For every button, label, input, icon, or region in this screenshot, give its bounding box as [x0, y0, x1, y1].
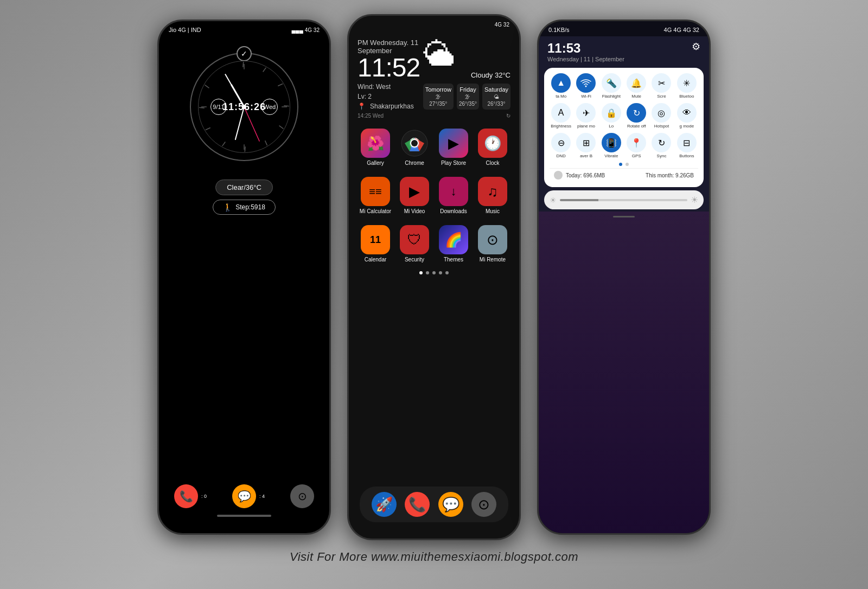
qs-hotspot-icon[interactable]: ◎ — [652, 103, 671, 123]
qs-gps[interactable]: 📍 GPS — [625, 133, 648, 158]
weather-date: PM Wednesday. 11 September — [358, 39, 423, 55]
qs-rotate-icon[interactable]: ↻ — [627, 103, 646, 123]
qs-screenshot[interactable]: ✂ Scre — [650, 73, 673, 99]
qs-readmode[interactable]: 👁 g mode — [675, 103, 698, 129]
forecast-day-2-icon: 🌤 — [484, 94, 508, 100]
forecast-day-0-temp: 27°/35° — [425, 101, 451, 107]
dot-3[interactable] — [432, 271, 436, 274]
steps-text: Step:5918 — [235, 203, 265, 211]
qs-mute[interactable]: 🔔 Mute — [625, 73, 648, 99]
miremote-label: Mi Remote — [480, 257, 506, 263]
dock-bar: 📞 : 0 💬 : 4 ⊙ — [159, 484, 329, 508]
mivideo-icon[interactable]: ▶ — [400, 177, 429, 206]
qs-airplane-icon[interactable]: ✈ — [576, 103, 596, 123]
app-clock[interactable]: 🕐 Clock — [475, 129, 510, 166]
qs-flashlight-icon[interactable]: 🔦 — [602, 73, 621, 93]
downloads-icon[interactable]: ↓ — [439, 177, 468, 206]
home-indicator[interactable] — [217, 515, 271, 517]
settings-gear-icon[interactable]: ⚙ — [692, 41, 700, 62]
qs-flashlight[interactable]: 🔦 Flashlight — [600, 73, 623, 99]
gallery-icon[interactable]: 🌺 — [361, 129, 390, 158]
qs-dot-active[interactable] — [619, 163, 622, 166]
wind-text: Wind: West — [358, 83, 391, 91]
qs-lock-icon[interactable]: 🔒 — [602, 103, 621, 123]
dock-browser-icon[interactable]: 🚀 — [372, 492, 397, 517]
qs-dnd[interactable]: ⊖ DND — [550, 133, 572, 158]
app-gallery[interactable]: 🌺 Gallery — [358, 129, 393, 166]
dot-2[interactable] — [426, 271, 429, 274]
qs-airplane[interactable]: ✈ plane mo — [575, 103, 597, 129]
qs-data-icon[interactable]: ▲ — [551, 73, 571, 93]
weather-steps-pills: Clear/36°C 🚶 Step:5918 — [159, 172, 329, 215]
miremote-icon[interactable]: ⊙ — [478, 225, 507, 254]
dock-msg-icon[interactable]: 💬 — [232, 484, 256, 508]
chrome-icon[interactable] — [400, 129, 429, 158]
qs-dot-2[interactable] — [626, 163, 629, 166]
phone-3-screen: 0.1KB/s 4G 4G 4G 32 11:53 Wednesday | 11… — [539, 21, 709, 533]
qs-saver[interactable]: ⊞ aver B — [575, 133, 597, 158]
analog-clock-face: 9/11 Wed 11:56:26 — [198, 61, 290, 153]
qs-bluetooth[interactable]: ✳ Bluetoo — [675, 73, 698, 99]
qs-mute-icon[interactable]: 🔔 — [627, 73, 646, 93]
dock-phone-icon[interactable]: 📞 — [174, 484, 198, 508]
clock-outer-ring: ✓ — [190, 53, 298, 161]
qs-buttons-icon[interactable]: ⊟ — [677, 133, 697, 152]
security-icon[interactable]: 🛡 — [400, 225, 429, 254]
qs-saver-icon[interactable]: ⊞ — [576, 133, 596, 152]
app-security[interactable]: 🛡 Security — [397, 225, 432, 263]
qs-lock[interactable]: 🔒 Lo — [600, 103, 623, 129]
app-calculator[interactable]: ≡≡ Mi Calculator — [358, 177, 393, 214]
weather-pill: Clear/36°C — [215, 180, 273, 195]
qs-sync[interactable]: ↻ Sync — [650, 133, 673, 158]
qs-bluetooth-label: Bluetoo — [679, 94, 694, 99]
app-miremote[interactable]: ⊙ Mi Remote — [475, 225, 510, 263]
qs-wifi[interactable]: Wi-Fi — [575, 73, 597, 99]
dock-camera-icon[interactable]: ⊙ — [290, 484, 314, 508]
qs-wifi-label: Wi-Fi — [581, 94, 591, 99]
qs-wifi-icon[interactable] — [576, 73, 596, 93]
qs-sync-icon[interactable]: ↻ — [652, 133, 671, 152]
clock-app-icon[interactable]: 🕐 — [478, 129, 507, 158]
qs-vibrate[interactable]: 📳 Vibrate — [600, 133, 623, 158]
dock-chat-icon[interactable]: 💬 — [438, 492, 463, 517]
qs-brightness[interactable]: A Brightness — [550, 103, 572, 129]
qs-readmode-icon[interactable]: 👁 — [677, 103, 697, 123]
qs-screenshot-label: Scre — [657, 94, 666, 99]
phone-1-status-bar: Jio 4G | IND ▄▄▄ 4G 32 — [159, 21, 329, 36]
notif-time-date: 11:53 Wednesday | 11 | September — [547, 41, 624, 62]
dock-phone-group[interactable]: 📞 : 0 — [174, 484, 207, 508]
phone-1-signal: ▄▄▄ 4G 32 — [291, 27, 320, 33]
playstore-icon[interactable]: ▶ — [439, 129, 468, 158]
brightness-slider[interactable] — [560, 199, 687, 201]
dock-camera-icon-2[interactable]: ⊙ — [471, 492, 496, 517]
dock-msg-group[interactable]: 💬 : 4 — [232, 484, 265, 508]
app-downloads[interactable]: ↓ Downloads — [436, 177, 471, 214]
themes-icon[interactable]: 🌈 — [439, 225, 468, 254]
qs-buttons[interactable]: ⊟ Buttons — [675, 133, 698, 158]
svg-line-4 — [241, 62, 245, 67]
notif-handle[interactable] — [613, 216, 635, 217]
app-chrome[interactable]: Chrome — [397, 129, 432, 166]
qs-rotate[interactable]: ↻ Rotate off — [625, 103, 648, 129]
forecast-day-2-temp: 26°/33° — [484, 101, 508, 107]
qs-bluetooth-icon[interactable]: ✳ — [677, 73, 697, 93]
qs-brightness-icon[interactable]: A — [551, 103, 571, 123]
qs-dnd-icon[interactable]: ⊖ — [551, 133, 571, 152]
dot-1[interactable] — [419, 271, 423, 274]
app-playstore[interactable]: ▶ Play Store — [436, 129, 471, 166]
calendar-icon[interactable]: 11 — [361, 225, 390, 254]
dot-5[interactable] — [445, 271, 449, 274]
app-themes[interactable]: 🌈 Themes — [436, 225, 471, 263]
qs-vibrate-icon[interactable]: 📳 — [602, 133, 621, 152]
music-icon[interactable]: ♫ — [478, 177, 507, 206]
qs-screenshot-icon[interactable]: ✂ — [652, 73, 671, 93]
qs-data[interactable]: ▲ ta Mo — [550, 73, 572, 99]
dot-4[interactable] — [439, 271, 442, 274]
app-music[interactable]: ♫ Music — [475, 177, 510, 214]
dock-phone-icon-2[interactable]: 📞 — [405, 492, 430, 517]
app-mivideo[interactable]: ▶ Mi Video — [397, 177, 432, 214]
app-calendar[interactable]: 11 Calendar — [358, 225, 393, 263]
qs-gps-icon[interactable]: 📍 — [627, 133, 646, 152]
calculator-icon[interactable]: ≡≡ — [361, 177, 390, 206]
qs-hotspot[interactable]: ◎ Hotspot — [650, 103, 673, 129]
